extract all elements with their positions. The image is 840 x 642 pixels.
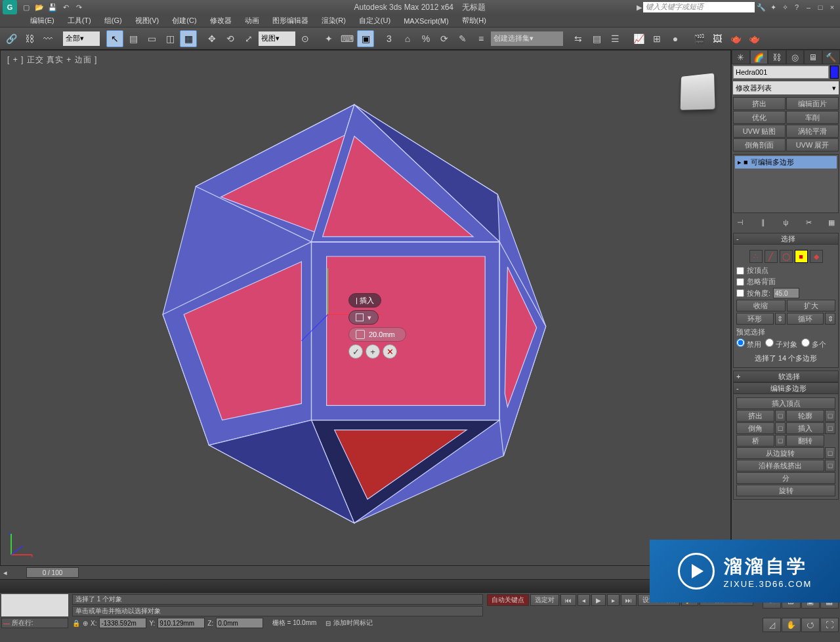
minimize-icon[interactable]: – xyxy=(803,3,814,12)
flip-button[interactable]: 翻转 xyxy=(786,435,824,447)
select-name-icon[interactable]: ▤ xyxy=(125,30,142,47)
outline-settings-icon[interactable]: □ xyxy=(825,410,835,422)
tab-display-icon[interactable]: 🖥 xyxy=(804,50,822,64)
layer-icon[interactable]: ☰ xyxy=(606,30,623,47)
bridge-button[interactable]: 桥 xyxy=(736,435,774,447)
inset-button[interactable]: 插入 xyxy=(786,422,824,434)
goto-start-icon[interactable]: ⏮ xyxy=(560,594,576,606)
render-setup-icon[interactable]: 🎬 xyxy=(690,30,707,47)
setkey-button[interactable]: 设置关键点 xyxy=(638,594,680,606)
outline-button[interactable]: 轮廓 xyxy=(786,410,824,422)
maxscript-mini[interactable] xyxy=(1,594,68,616)
app-icon[interactable]: G xyxy=(3,0,17,14)
fov-icon[interactable]: ◿ xyxy=(763,618,781,632)
keyboard-icon[interactable]: ⌨ xyxy=(339,30,356,47)
menu-graph[interactable]: 图形编辑器 xyxy=(266,14,315,27)
angle-snap-icon[interactable]: ⌂ xyxy=(399,30,416,47)
tab-motion-icon[interactable]: ◎ xyxy=(786,50,805,64)
menu-modifiers[interactable]: 修改器 xyxy=(203,14,238,27)
viewcube[interactable] xyxy=(681,73,715,110)
curve-editor-icon[interactable]: 📈 xyxy=(630,30,647,47)
tab-create-icon[interactable]: ✳ xyxy=(732,50,750,64)
time-slider[interactable]: 0 / 100 xyxy=(26,567,79,578)
mod-turbosmooth-button[interactable]: 涡轮平滑 xyxy=(786,125,839,138)
bevel-settings-icon[interactable]: □ xyxy=(775,422,786,434)
manip-icon[interactable]: ✦ xyxy=(320,30,337,47)
ignore-backface-checkbox[interactable] xyxy=(736,278,744,286)
menu-customize[interactable]: 自定义(U) xyxy=(352,14,397,27)
rollout-softsel[interactable]: +软选择 xyxy=(733,371,839,382)
coord-z[interactable]: 0.0mm xyxy=(216,618,263,628)
menu-edit[interactable]: 编辑(E) xyxy=(24,14,61,27)
render-icon[interactable]: 🫖 xyxy=(727,30,744,47)
mod-optimize-button[interactable]: 优化 xyxy=(733,111,786,124)
open-icon[interactable]: 📂 xyxy=(34,2,45,12)
preview-subobj-radio[interactable]: 子对象 xyxy=(765,338,797,350)
object-name-input[interactable] xyxy=(733,66,829,79)
zoom-icon[interactable]: 🔍 xyxy=(763,594,781,609)
rotate-icon[interactable]: ⟲ xyxy=(222,30,239,47)
mod-uvwmap-button[interactable]: UVW 贴图 xyxy=(733,125,786,138)
goto-end-icon[interactable]: ⏭ xyxy=(621,594,637,606)
timeslider-prev-icon[interactable]: ◂ xyxy=(0,569,10,577)
autokey-button[interactable]: 自动关键点 xyxy=(487,594,529,606)
extrude-button[interactable]: 挤出 xyxy=(736,410,774,422)
maximize-icon[interactable]: □ xyxy=(815,3,826,12)
menu-tools[interactable]: 工具(T) xyxy=(61,14,98,27)
tab-utilities-icon[interactable]: 🔨 xyxy=(822,50,841,64)
mod-editpatch-button[interactable]: 编辑面片 xyxy=(786,97,839,110)
hinge-settings-icon[interactable]: □ xyxy=(825,447,835,459)
zoom-extents-all-icon[interactable]: ▦ xyxy=(820,594,839,609)
select-rect-icon[interactable]: ▭ xyxy=(143,30,160,47)
bind-icon[interactable]: 〰 xyxy=(39,30,56,47)
caddy-cancel-icon[interactable]: ✕ xyxy=(383,344,397,359)
caddy-title[interactable]: | 插入 xyxy=(348,293,381,308)
stack-item-editablepoly[interactable]: ▸ ■ 可编辑多边形 xyxy=(735,156,837,169)
prev-frame-icon[interactable]: ◂ xyxy=(578,594,590,606)
modifier-list-dropdown[interactable]: 修改器列表▾ xyxy=(733,81,839,94)
help-icon[interactable]: ? xyxy=(791,3,802,12)
rotate-button[interactable]: 旋转 xyxy=(736,485,835,496)
by-vertex-checkbox[interactable] xyxy=(736,267,744,275)
star2-icon[interactable]: ✧ xyxy=(780,3,790,12)
subobj-polygon-icon[interactable]: ■ xyxy=(795,250,808,263)
bridge-settings-icon[interactable]: □ xyxy=(775,435,786,447)
key-filter-button[interactable]: 关键点过滤器... xyxy=(700,594,753,606)
named-sel-icon[interactable]: ▣ xyxy=(357,30,374,47)
select-crossing-icon[interactable]: ▦ xyxy=(180,30,197,47)
star-icon[interactable]: ✦ xyxy=(768,3,778,12)
ring-spin-icon[interactable]: ⇕ xyxy=(775,313,786,325)
filter-dropdown[interactable]: 全部 ▾ xyxy=(63,31,100,46)
selected-list-button[interactable]: 选定对 xyxy=(530,594,559,606)
modifier-stack[interactable]: ▸ ■ 可编辑多边形 xyxy=(733,154,839,213)
shrink-button[interactable]: 收缩 xyxy=(736,300,786,311)
grow-button[interactable]: 扩大 xyxy=(787,300,836,311)
rollout-editpoly[interactable]: -编辑多边形 xyxy=(733,382,839,394)
mirror-icon[interactable]: ⇆ xyxy=(570,30,587,47)
tab-hierarchy-icon[interactable]: ⛓ xyxy=(768,50,786,64)
refcoord-dropdown[interactable]: 视图 ▾ xyxy=(259,31,295,46)
trackbar[interactable] xyxy=(0,579,731,592)
pivot-icon[interactable]: ⊙ xyxy=(297,30,314,47)
unique-icon[interactable]: ψ xyxy=(782,218,791,227)
search-input[interactable]: 键入关键字或短语 xyxy=(643,2,755,12)
align-icon[interactable]: ▤ xyxy=(588,30,605,47)
object-color-swatch[interactable] xyxy=(830,66,839,79)
add-time-tag[interactable]: 添加时间标记 xyxy=(333,618,373,628)
sel-lock-icon[interactable]: ≡ xyxy=(472,30,490,47)
tool-icon[interactable]: 🔧 xyxy=(756,3,766,12)
caddy-apply-icon[interactable]: + xyxy=(366,344,380,359)
render-prod-icon[interactable]: 🫖 xyxy=(746,30,763,47)
tab-modify-icon[interactable]: 🌈 xyxy=(750,50,768,64)
close-icon[interactable]: × xyxy=(827,3,837,12)
zoom-all-icon[interactable]: ⊞ xyxy=(782,594,800,609)
inset-settings-icon[interactable]: □ xyxy=(825,422,835,434)
bevel-profile-button[interactable]: 分 xyxy=(736,472,835,484)
by-angle-input[interactable] xyxy=(773,288,799,298)
extrude-settings-icon[interactable]: □ xyxy=(775,410,786,422)
mod-uvwunwrap-button[interactable]: UVW 展开 xyxy=(786,138,839,151)
rollout-selection[interactable]: -选择 xyxy=(733,233,839,245)
link-icon[interactable]: 🔗 xyxy=(3,30,20,47)
edit-sel-icon[interactable]: ✎ xyxy=(454,30,471,47)
save-icon[interactable]: 💾 xyxy=(47,2,58,12)
